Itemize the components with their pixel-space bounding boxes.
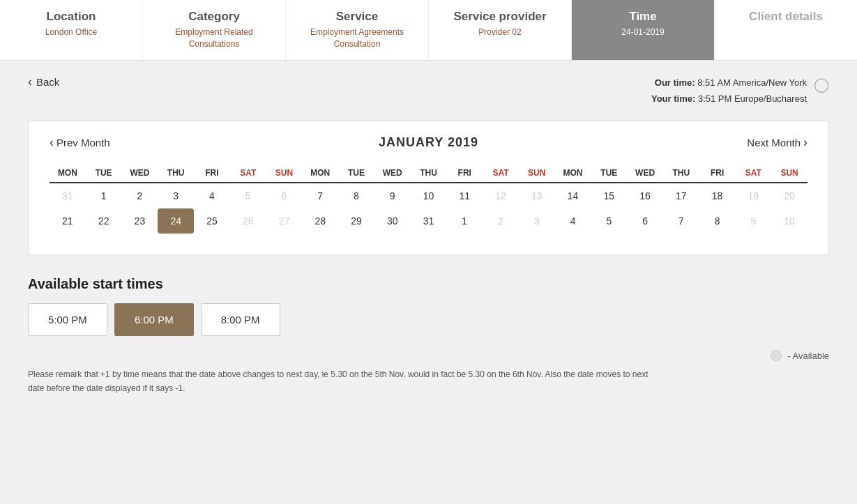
time-slot-btn-1[interactable]: 6:00 PM [114,303,194,336]
cal-day-1-19: 9 [735,208,771,234]
nav-step-time[interactable]: Time 24-01-2019 [572,0,715,60]
cal-header-mon-0: MON [50,164,86,183]
cal-day-1-12: 2 [483,208,519,234]
cal-day-1-9[interactable]: 30 [374,208,411,234]
cal-day-1-7[interactable]: 28 [302,208,338,234]
prev-month-button[interactable]: ‹ Prev Month [50,135,110,150]
nav-step-client[interactable]: Client details [715,0,857,60]
cal-day-1-10[interactable]: 31 [411,208,447,234]
cal-day-1-20: 10 [771,208,807,234]
our-time-label: Our time: [655,77,695,88]
cal-header-mon-7: MON [302,164,338,183]
calendar-title: JANUARY 2019 [379,135,478,150]
nav-time-subtitle: 24-01-2019 [579,26,707,38]
cal-header-sun-20: SUN [771,164,807,183]
cal-day-0-11[interactable]: 11 [446,183,483,208]
cal-day-1-1[interactable]: 22 [86,208,122,234]
nav-location-subtitle: London Office [7,26,135,38]
cal-day-0-16[interactable]: 16 [627,183,663,208]
time-info: Our time: 8:51 AM America/New York Your … [651,75,829,107]
times-section: Available start times 5:00 PM6:00 PM8:00… [28,276,829,336]
clock-icon: ◯ [814,76,829,93]
cal-day-1-0[interactable]: 21 [50,208,86,234]
cal-day-1-2[interactable]: 23 [122,208,158,234]
nav-category-title: Category [150,10,278,24]
cal-day-0-9[interactable]: 9 [374,183,411,208]
cal-header-wed-16: WED [627,164,663,183]
next-month-label: Next Month [747,137,801,148]
cal-header-thu-10: THU [411,164,447,183]
cal-day-0-17[interactable]: 17 [663,183,699,208]
time-slot-btn-0[interactable]: 5:00 PM [28,303,107,336]
chevron-left-icon: ‹ [28,75,32,89]
times-title: Available start times [28,276,829,292]
cal-header-tue-8: TUE [338,164,374,183]
calendar-header: ‹ Prev Month JANUARY 2019 Next Month › [50,135,807,150]
nav-step-category[interactable]: Category Employment Related Consultation… [143,0,286,60]
time-buttons: 5:00 PM6:00 PM8:00 PM [28,303,829,336]
nav-step-provider[interactable]: Service provider Provider 02 [429,0,572,60]
cal-day-1-18[interactable]: 8 [699,208,736,234]
nav-step-location[interactable]: Location London Office [0,0,143,60]
nav-client-title: Client details [722,10,850,24]
cal-day-0-18[interactable]: 18 [699,183,736,208]
cal-day-1-8[interactable]: 29 [338,208,374,234]
cal-day-0-8[interactable]: 8 [338,183,374,208]
cal-day-1-11[interactable]: 1 [446,208,483,234]
cal-day-0-20: 20 [771,183,807,208]
nav-service-title: Service [293,10,421,24]
next-month-button[interactable]: Next Month › [747,135,807,150]
cal-day-0-14[interactable]: 14 [555,183,591,208]
cal-header-sat-19: SAT [735,164,771,183]
our-time-value: 8:51 AM America/New York [697,77,807,88]
time-slot-btn-2[interactable]: 8:00 PM [201,303,280,336]
nav-location-title: Location [7,10,135,24]
cal-day-1-5: 26 [230,208,266,234]
your-time-row: Your time: 3:51 PM Europe/Bucharest [651,91,807,107]
cal-day-1-16[interactable]: 6 [627,208,663,234]
cal-header-sat-12: SAT [483,164,519,183]
cal-day-0-2[interactable]: 2 [122,183,158,208]
cal-day-0-10[interactable]: 10 [411,183,447,208]
nav-step-service[interactable]: Service Employment Agreements Consultati… [286,0,429,60]
cal-day-1-4[interactable]: 25 [194,208,230,234]
chevron-right-cal-icon: › [803,135,807,150]
chevron-left-cal-icon: ‹ [50,135,54,150]
cal-header-fri-18: FRI [699,164,736,183]
cal-day-0-6: 6 [266,183,303,208]
cal-header-sun-13: SUN [519,164,555,183]
cal-day-0-1[interactable]: 1 [86,183,122,208]
cal-header-wed-2: WED [122,164,158,183]
cal-day-0-4[interactable]: 4 [194,183,230,208]
cal-day-0-7[interactable]: 7 [302,183,338,208]
cal-day-1-6: 27 [266,208,303,234]
nav-category-subtitle: Employment Related Consultations [150,26,278,50]
time-lines: Our time: 8:51 AM America/New York Your … [651,75,807,107]
cal-header-sat-5: SAT [230,164,266,183]
cal-day-0-3[interactable]: 3 [158,183,194,208]
cal-header-fri-11: FRI [446,164,483,183]
cal-header-tue-15: TUE [591,164,627,183]
cal-header-sun-6: SUN [266,164,303,183]
cal-day-1-3[interactable]: 24 [158,208,194,234]
calendar-container: ‹ Prev Month JANUARY 2019 Next Month › M… [28,121,829,255]
cal-day-1-17[interactable]: 7 [663,208,699,234]
available-dot [771,350,782,361]
top-row: ‹ Back Our time: 8:51 AM America/New Yor… [28,75,829,107]
top-nav: Location London Office Category Employme… [0,0,857,61]
cal-header-mon-14: MON [555,164,591,183]
cal-header-wed-9: WED [374,164,411,183]
prev-month-label: Prev Month [56,137,110,148]
nav-service-subtitle: Employment Agreements Consultation [293,26,421,50]
cal-day-0-15[interactable]: 15 [591,183,627,208]
cal-day-0-5: 5 [230,183,266,208]
cal-day-1-15[interactable]: 5 [591,208,627,234]
nav-provider-subtitle: Provider 02 [436,26,564,38]
cal-day-0-13: 13 [519,183,555,208]
cal-day-0-12: 12 [483,183,519,208]
back-button[interactable]: ‹ Back [28,75,59,89]
cal-day-1-14[interactable]: 4 [555,208,591,234]
cal-day-1-13: 3 [519,208,555,234]
note-text: Please remark that +1 by time means that… [28,368,655,395]
nav-provider-title: Service provider [436,10,564,24]
